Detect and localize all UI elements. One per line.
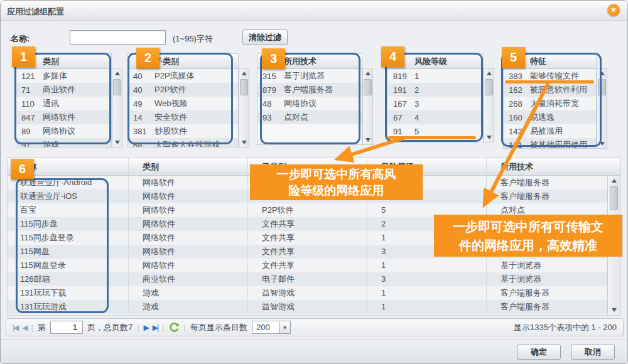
separator: | <box>137 323 139 332</box>
scroll-thumb[interactable] <box>240 79 248 95</box>
item-count: 160 <box>504 113 530 122</box>
scroll-up-icon[interactable] <box>597 69 607 78</box>
scroll-thumb[interactable] <box>598 79 606 95</box>
ok-button[interactable]: 确定 <box>517 345 561 360</box>
column-header-category[interactable]: 类别 <box>129 158 248 175</box>
table-cell: 网络软件 <box>129 259 248 272</box>
panel-list-item[interactable]: 93点对点 <box>257 110 362 124</box>
panel-header-label: 类别 <box>43 56 111 67</box>
panel-list-item[interactable]: 381炒股软件 <box>128 124 238 138</box>
panel-list-item[interactable]: 315基于浏览器 <box>257 69 362 83</box>
table-row[interactable]: 131玩玩游戏游戏益智游戏1客户端服务器 <box>8 300 620 314</box>
item-label: 基于浏览器 <box>284 70 362 82</box>
dialog-footer: 确定 取消 <box>1 339 627 363</box>
last-page-icon[interactable]: ▶| <box>153 323 158 332</box>
item-count: 49 <box>128 99 154 109</box>
table-row[interactable]: 131玩玩下载游戏益智游戏1客户端服务器 <box>8 286 620 300</box>
panel-list-item[interactable]: 1673 <box>388 97 483 110</box>
table-cell: 网络软件 <box>129 245 248 259</box>
table-row[interactable]: 126邮箱商业软件电子邮件3基于浏览器 <box>8 272 620 286</box>
table-cell: 文件共享 <box>248 231 367 245</box>
prev-page-icon[interactable]: ◀ <box>22 323 26 332</box>
refresh-icon[interactable] <box>169 322 180 333</box>
item-label: 网络软件 <box>43 112 111 123</box>
cancel-button[interactable]: 取消 <box>571 345 615 360</box>
scroll-up-icon[interactable] <box>239 69 249 78</box>
page-size-label: 每页显示条目数 <box>190 322 247 333</box>
item-label: 通讯 <box>43 98 111 109</box>
scroll-thumb[interactable] <box>364 79 372 95</box>
panel-list-item[interactable]: 8191 <box>388 69 483 83</box>
table-cell: 文件共享 <box>248 259 367 272</box>
panel-scrollbar[interactable] <box>597 68 607 149</box>
panel-list-item[interactable]: 161被其他应用使用 <box>504 138 596 149</box>
panel-scrollbar[interactable] <box>362 68 373 145</box>
panel-scrollbar[interactable] <box>112 68 122 147</box>
scroll-down-icon[interactable] <box>484 133 494 142</box>
table-cell: 客户端服务器 <box>487 286 620 300</box>
panel-list-item[interactable]: 97游戏 <box>16 138 111 147</box>
close-icon[interactable]: × <box>607 4 620 16</box>
item-count: 40 <box>128 85 154 95</box>
table-cell: 联通营业厅-iOS <box>8 190 129 203</box>
scroll-down-icon[interactable] <box>609 306 619 314</box>
item-label: 网络协议 <box>43 126 111 137</box>
panel-list-item[interactable]: 160易逃逸 <box>504 110 596 124</box>
dialog-title: 应用过滤组配置 <box>7 6 64 18</box>
table-row[interactable]: 115网盘登录网络软件文件共享1基于浏览器 <box>8 259 620 272</box>
pagination-bar: |◀ ◀ | 第 页，总页数7 | ▶ ▶| | | 每页显示条目数 200 ▼… <box>6 318 624 336</box>
panel-list-item[interactable]: 268大量消耗带宽 <box>504 97 596 110</box>
panel-list-item[interactable]: 879客户端服务器 <box>257 83 362 97</box>
column-header-technology[interactable]: 所用技术 <box>487 158 620 175</box>
panel-list-item[interactable]: 40P2P流媒体 <box>128 69 238 83</box>
item-label: 大型多人在线游戏 <box>154 139 238 147</box>
item-count: 110 <box>16 99 43 109</box>
panel-list-item[interactable]: 40P2P软件 <box>128 83 238 97</box>
name-input[interactable] <box>70 30 166 45</box>
panel-header-label: 子类别 <box>154 56 238 67</box>
table-cell: 益智游戏 <box>248 300 367 314</box>
chevron-down-icon[interactable]: ▼ <box>279 321 291 334</box>
next-page-icon[interactable]: ▶ <box>144 323 148 332</box>
scroll-up-icon[interactable] <box>112 69 122 78</box>
scroll-down-icon[interactable] <box>112 138 122 147</box>
scroll-up-icon[interactable] <box>484 69 494 78</box>
first-page-icon[interactable]: |◀ <box>13 323 18 332</box>
panel-list-item[interactable]: 142易被滥用 <box>504 124 596 138</box>
panel-list-item[interactable]: 162被恶意软件利用 <box>504 83 596 97</box>
table-cell: 客户端服务器 <box>487 300 620 314</box>
panel-scrollbar[interactable] <box>484 68 494 142</box>
panel-list-item[interactable]: 68大型多人在线游戏 <box>128 138 238 147</box>
scroll-thumb[interactable] <box>485 79 493 95</box>
table-cell: 客户端服务器 <box>487 176 620 190</box>
item-count: 142 <box>504 127 530 136</box>
panel-list-item[interactable]: 14安全软件 <box>128 110 238 124</box>
table-cell: 131玩玩下载 <box>8 286 129 300</box>
table-cell: 网络软件 <box>129 231 248 245</box>
panel-list-item[interactable]: 110通讯 <box>16 97 111 110</box>
page-size-select[interactable]: 200 <box>252 321 279 334</box>
step-badge-2: 2 <box>136 48 160 68</box>
scroll-up-icon[interactable] <box>609 176 619 185</box>
scroll-down-icon[interactable] <box>239 138 249 147</box>
panel-list-item[interactable]: 674 <box>388 110 483 124</box>
panel-scrollbar[interactable] <box>239 68 249 147</box>
panel-list-item[interactable]: 847网络软件 <box>16 110 111 124</box>
panel-list-item[interactable]: 48网络协议 <box>257 97 362 110</box>
panel-list-item[interactable]: 121多媒体 <box>16 69 111 83</box>
panel-list-item[interactable]: 89网络协议 <box>16 124 111 138</box>
item-count: 40 <box>128 72 154 81</box>
item-label: 3 <box>414 99 483 109</box>
page-number-input[interactable] <box>50 321 83 334</box>
scroll-thumb[interactable] <box>610 186 618 210</box>
scroll-down-icon[interactable] <box>363 136 372 144</box>
clear-filter-button[interactable]: 清除过滤 <box>242 29 288 45</box>
panel-list-item[interactable]: 49Web视频 <box>128 97 238 110</box>
item-count: 847 <box>16 113 43 122</box>
scroll-thumb[interactable] <box>113 79 121 95</box>
panel-list-item[interactable]: 1912 <box>388 83 483 97</box>
scroll-down-icon[interactable] <box>597 139 607 148</box>
scroll-up-icon[interactable] <box>363 69 372 78</box>
panel-list-item[interactable]: 71商业软件 <box>16 83 111 97</box>
item-count: 161 <box>504 141 530 149</box>
